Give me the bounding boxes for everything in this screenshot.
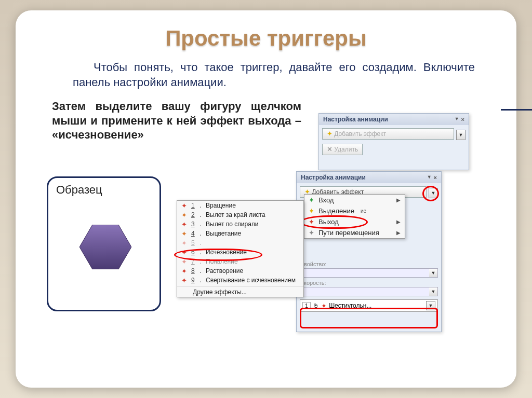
chevron-down-icon: ▼ [429, 269, 437, 277]
svg-marker-0 [79, 225, 131, 269]
effect-other[interactable]: Другие эффекты... [177, 286, 303, 297]
chevron-right-icon: ▶ [396, 219, 401, 225]
effect-item-4[interactable]: ✦ 4. Выцветание [177, 229, 303, 238]
submenu-motion[interactable]: ✦ Пути перемещения ▶ [304, 227, 405, 238]
effect-item-3[interactable]: ✦ 3. Вылет по спирали [177, 219, 303, 229]
arrow-indicator [501, 109, 532, 111]
property-field[interactable]: ▼ [300, 268, 438, 278]
effect-item-7[interactable]: ✦ 7. Появление [177, 257, 303, 266]
star-icon: ✦ [327, 130, 332, 137]
motion-star-icon: ✦ [309, 229, 314, 236]
exit-star-icon: ✦ [309, 218, 314, 225]
chevron-down-icon[interactable]: ▼ [426, 301, 435, 310]
star-icon: ✦ [181, 268, 187, 275]
remove-button-disabled: ✕ Удалить [322, 144, 363, 155]
submenu-entry[interactable]: ✦ Вход ▶ [304, 195, 405, 205]
object-name: Шестиугольн... [329, 302, 371, 309]
effect-type-submenu: ✦ Вход ▶ ✦ Выделение ие ✦ Выход ▶ ✦ Пути… [304, 194, 405, 239]
star-icon: ✦ [181, 240, 187, 246]
panel-title: Настройка анимации [323, 116, 388, 123]
effect-item-1[interactable]: ✦ 1. Вращение [177, 201, 303, 210]
slide-title: Простые триггеры [42, 26, 490, 51]
animation-panel-back: Настройка анимации ▼ × ✦ Добавить эффект… [318, 113, 469, 170]
speed-field[interactable]: ▼ [300, 287, 438, 296]
entry-star-icon: ✦ [309, 197, 314, 203]
x-star-icon: ✕ [327, 146, 332, 153]
sample-box: Образец [47, 176, 161, 311]
dropdown-icon[interactable]: ▼ [455, 116, 459, 122]
star-icon: ✦ [181, 221, 187, 228]
speed-label: Скорость: [300, 280, 438, 286]
effect-item-6[interactable]: ✦ 6. Исчезновение [177, 248, 303, 257]
submenu-emphasis[interactable]: ✦ Выделение ие [304, 205, 405, 216]
sample-label: Образец [56, 183, 152, 197]
slide-card: Простые триггеры Чтобы понять, что такое… [16, 10, 516, 388]
effect-item-5[interactable]: ✦ 5. [177, 238, 303, 248]
close-icon[interactable]: × [434, 174, 437, 181]
mouse-icon: 🖱 [313, 302, 319, 309]
emphasis-star-icon: ✦ [309, 208, 314, 214]
dropdown-arrow-icon: ▼ [456, 130, 466, 140]
property-label: Свойство: [300, 261, 438, 267]
star-icon: ✦ [181, 212, 187, 218]
object-number: 1 [302, 302, 311, 309]
dropdown-icon[interactable]: ▼ [427, 174, 432, 181]
star-icon: ✦ [181, 249, 187, 256]
chevron-right-icon: ▶ [396, 197, 401, 203]
paragraph-2: Затем выделите вашу фигуру щелчком мыши … [52, 99, 301, 142]
object-entry[interactable]: 1 🖱 ✦ Шестиугольн... ▼ [300, 299, 438, 312]
effect-item-2[interactable]: ✦ 2. Вылет за край листа [177, 210, 303, 219]
submenu-exit[interactable]: ✦ Выход ▶ [304, 216, 405, 227]
star-icon: ✦ [181, 277, 187, 284]
star-icon: ✦ [181, 230, 187, 237]
dropdown-arrow-icon[interactable]: ▼ [429, 188, 438, 198]
hexagon-shape[interactable] [79, 225, 131, 269]
add-effect-button-disabled: ✦ Добавить эффект [322, 128, 454, 140]
chevron-down-icon: ▼ [429, 287, 437, 296]
paragraph-1: Чтобы понять, что такое триггер, давайте… [73, 60, 475, 90]
panel-header-front[interactable]: Настройка анимации ▼ × [297, 172, 441, 183]
close-icon[interactable]: × [461, 116, 464, 122]
effect-item-9[interactable]: ✦ 9. Свертывание с исчезновением [177, 276, 303, 285]
chevron-right-icon: ▶ [396, 230, 401, 236]
effect-item-8[interactable]: ✦ 8. Растворение [177, 266, 303, 276]
star-icon: ✦ [181, 258, 187, 265]
star-icon: ✦ [181, 202, 187, 209]
panel-title-front: Настройка анимации [301, 174, 366, 181]
effects-list-menu: ✦ 1. Вращение ✦ 2. Вылет за край листа ✦… [177, 200, 304, 297]
effect-star-icon: ✦ [321, 303, 327, 309]
panel-header[interactable]: Настройка анимации ▼ × [319, 114, 469, 125]
